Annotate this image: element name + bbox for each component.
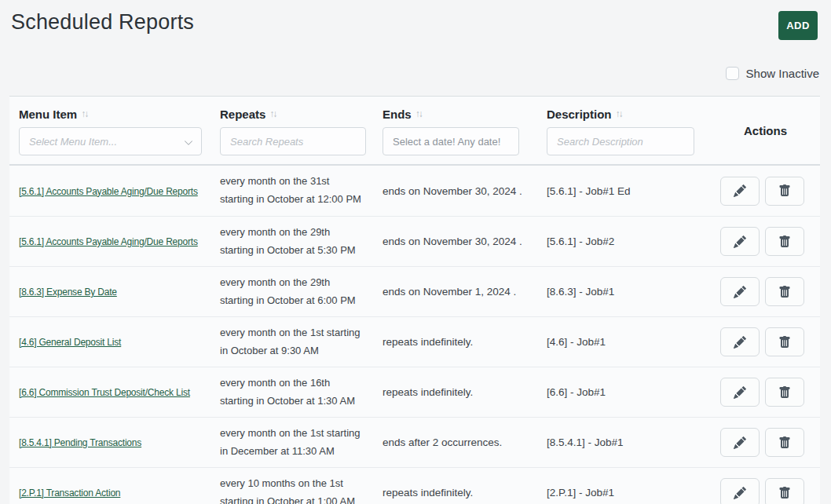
repeats-text: every 10 months on the 1st starting in O… bbox=[210, 469, 373, 504]
menu-item-link[interactable]: [6.6] Commission Trust Deposit/Check Lis… bbox=[19, 387, 190, 398]
menu-item-link[interactable]: [5.6.1] Accounts Payable Aging/Due Repor… bbox=[19, 236, 198, 247]
column-label: Description bbox=[547, 108, 612, 121]
menu-item-filter-select[interactable] bbox=[19, 127, 202, 155]
pencil-icon bbox=[734, 184, 746, 197]
page-title: Scheduled Reports bbox=[11, 10, 194, 35]
ends-text: ends on November 30, 2024 . bbox=[373, 179, 537, 203]
delete-button[interactable] bbox=[765, 327, 804, 356]
table-row: [8.5.4.1] Pending Transactions every mon… bbox=[9, 417, 820, 467]
edit-button[interactable] bbox=[720, 277, 760, 306]
menu-item-link[interactable]: [8.5.4.1] Pending Transactions bbox=[19, 437, 141, 448]
menu-item-link[interactable]: [2.P.1] Transaction Action bbox=[19, 488, 120, 499]
sort-header-ends[interactable]: Ends ↑↓ bbox=[383, 105, 528, 122]
repeats-text: every month on the 16th starting in Octo… bbox=[210, 368, 373, 417]
sort-header-description[interactable]: Description ↑↓ bbox=[547, 105, 701, 122]
table-body: [5.6.1] Accounts Payable Aging/Due Repor… bbox=[9, 166, 820, 504]
delete-button[interactable] bbox=[765, 277, 804, 306]
ends-text: ends after 2 occurrences. bbox=[373, 430, 537, 455]
repeats-text: every month on the 1st starting in Octob… bbox=[210, 318, 373, 367]
column-label: Menu Item bbox=[19, 108, 77, 121]
description-text: [8.6.3] - Job#1 bbox=[537, 279, 711, 304]
show-inactive-label: Show Inactive bbox=[746, 67, 819, 80]
repeats-text: every month on the 1st starting in Decem… bbox=[210, 418, 373, 467]
trash-icon bbox=[778, 236, 791, 248]
pencil-icon bbox=[734, 236, 746, 248]
column-header-actions: Actions bbox=[711, 97, 820, 164]
table-header: Menu Item ↑↓ Repeats ↑↓ Ends bbox=[9, 97, 820, 166]
repeats-filter-input[interactable] bbox=[220, 127, 366, 155]
column-header-description: Description ↑↓ bbox=[537, 97, 711, 164]
pencil-icon bbox=[734, 436, 746, 449]
description-text: [8.5.4.1] - Job#1 bbox=[537, 430, 711, 455]
description-text: [5.6.1] - Job#1 Ed bbox=[537, 179, 711, 203]
ends-text: ends on November 1, 2024 . bbox=[373, 279, 537, 304]
description-filter-input[interactable] bbox=[547, 127, 694, 155]
trash-icon bbox=[778, 386, 791, 399]
toolbar-row: Show Inactive bbox=[0, 65, 831, 81]
page-header: Scheduled Reports ADD bbox=[0, 0, 831, 41]
add-button[interactable]: ADD bbox=[778, 11, 818, 40]
trash-icon bbox=[778, 184, 791, 197]
sort-arrows-icon[interactable]: ↑↓ bbox=[269, 108, 276, 119]
description-text: [4.6] - Job#1 bbox=[537, 330, 711, 354]
table-row: [8.6.3] Expense By Date every month on t… bbox=[9, 266, 820, 316]
delete-button[interactable] bbox=[765, 177, 804, 206]
sort-header-menu-item[interactable]: Menu Item ↑↓ bbox=[19, 105, 201, 122]
menu-item-filter-wrap bbox=[19, 127, 201, 155]
pencil-icon bbox=[734, 286, 746, 298]
ends-date-filter-input[interactable] bbox=[383, 127, 519, 155]
table-row: [5.6.1] Accounts Payable Aging/Due Repor… bbox=[9, 166, 820, 216]
show-inactive-checkbox[interactable] bbox=[726, 67, 739, 80]
ends-text: repeats indefinitely. bbox=[373, 480, 537, 504]
ends-text: repeats indefinitely. bbox=[373, 380, 537, 404]
sort-arrows-icon[interactable]: ↑↓ bbox=[416, 108, 422, 119]
column-label: Ends bbox=[383, 108, 412, 121]
sort-arrows-icon[interactable]: ↑↓ bbox=[81, 108, 87, 119]
trash-icon bbox=[778, 487, 791, 499]
delete-button[interactable] bbox=[765, 478, 804, 504]
table-row: [4.6] General Deposit List every month o… bbox=[9, 316, 820, 367]
delete-button[interactable] bbox=[765, 378, 804, 407]
sort-header-repeats[interactable]: Repeats ↑↓ bbox=[220, 105, 364, 122]
trash-icon bbox=[778, 286, 791, 298]
ends-text: ends on November 30, 2024 . bbox=[373, 229, 537, 254]
delete-button[interactable] bbox=[765, 227, 804, 256]
delete-button[interactable] bbox=[765, 428, 804, 457]
scheduled-reports-table: Menu Item ↑↓ Repeats ↑↓ Ends bbox=[9, 96, 820, 504]
trash-icon bbox=[778, 436, 791, 449]
column-label: Actions bbox=[744, 124, 787, 137]
column-header-ends: Ends ↑↓ bbox=[373, 97, 537, 164]
column-header-repeats: Repeats ↑↓ bbox=[210, 97, 373, 164]
repeats-text: every month on the 29th starting in Octo… bbox=[210, 217, 373, 266]
table-row: [5.6.1] Accounts Payable Aging/Due Repor… bbox=[9, 216, 820, 266]
menu-item-link[interactable]: [8.6.3] Expense By Date bbox=[19, 287, 117, 298]
repeats-text: every month on the 31st starting in Octo… bbox=[210, 166, 373, 215]
description-text: [5.6.1] - Job#2 bbox=[537, 229, 711, 254]
repeats-text: every month on the 29th starting in Octo… bbox=[210, 268, 373, 316]
ends-text: repeats indefinitely. bbox=[373, 330, 537, 354]
table-row: [2.P.1] Transaction Action every 10 mont… bbox=[9, 467, 820, 504]
column-label: Repeats bbox=[220, 108, 265, 121]
sort-arrows-icon[interactable]: ↑↓ bbox=[616, 108, 622, 119]
edit-button[interactable] bbox=[720, 227, 760, 256]
edit-button[interactable] bbox=[720, 177, 760, 206]
edit-button[interactable] bbox=[720, 428, 760, 457]
trash-icon bbox=[778, 336, 791, 349]
edit-button[interactable] bbox=[720, 378, 760, 407]
description-text: [2.P.1] - Job#1 bbox=[537, 480, 711, 504]
menu-item-link[interactable]: [5.6.1] Accounts Payable Aging/Due Repor… bbox=[19, 186, 198, 197]
description-text: [6.6] - Job#1 bbox=[537, 380, 711, 404]
edit-button[interactable] bbox=[720, 478, 760, 504]
pencil-icon bbox=[734, 336, 746, 349]
column-header-menu-item: Menu Item ↑↓ bbox=[9, 97, 210, 164]
edit-button[interactable] bbox=[720, 327, 760, 356]
table-row: [6.6] Commission Trust Deposit/Check Lis… bbox=[9, 367, 820, 417]
pencil-icon bbox=[734, 487, 746, 499]
pencil-icon bbox=[734, 386, 746, 399]
menu-item-link[interactable]: [4.6] General Deposit List bbox=[19, 337, 121, 348]
